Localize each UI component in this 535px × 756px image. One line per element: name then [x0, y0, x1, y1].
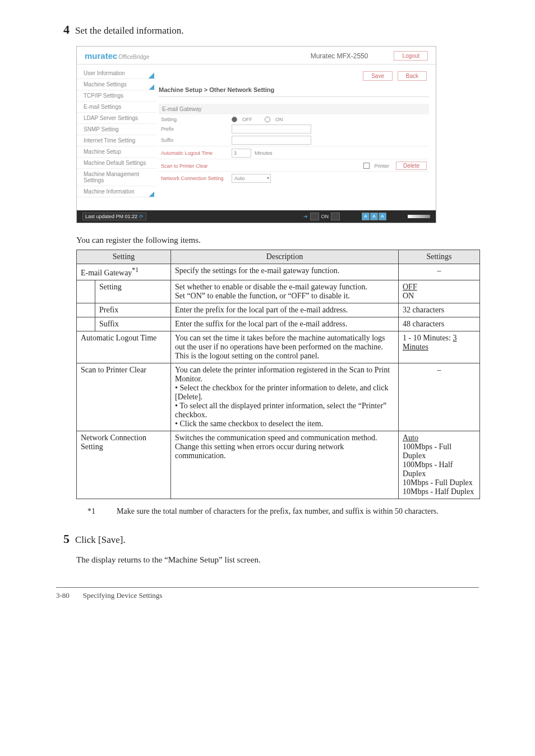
- row-emailgateway-desc: Specify the settings for the e-mail gate…: [171, 264, 399, 280]
- brand-logo: muratec: [85, 51, 117, 61]
- row-suffix-label: Suffix: [161, 137, 228, 143]
- save-button[interactable]: Save: [363, 71, 393, 81]
- printer-status-icon: [310, 213, 319, 220]
- settings-table: Setting Description Settings E-mail Gate…: [76, 250, 480, 499]
- row-setting-name: Setting: [95, 280, 171, 303]
- sidebar-item-machine-setup[interactable]: Machine Setup: [77, 146, 156, 158]
- row-scantoprinter-label: Scan to Printer Clear: [161, 163, 228, 169]
- footer-title: Specifying Device Settings: [83, 591, 163, 600]
- screenshot-panel: muratecOfficeBridge Muratec MFX-2550 Log…: [76, 46, 436, 223]
- radio-off-label: OFF: [242, 117, 252, 122]
- row-netconn-desc: Switches the communication speed and com…: [171, 431, 399, 499]
- row-netconn-label: Network Connection Setting: [161, 176, 228, 181]
- step-5-number: 5: [56, 532, 70, 546]
- sidebar-item-user-information[interactable]: User Information: [77, 68, 156, 79]
- status-on: ON: [321, 214, 329, 219]
- row-autologout-desc: You can set the time it takes before the…: [171, 331, 399, 363]
- step-4-text: Set the detailed information.: [75, 25, 479, 36]
- row-scantoprinter-desc: You can delete the printer information r…: [171, 363, 399, 431]
- radio-off[interactable]: [232, 117, 237, 122]
- sidebar: User Information Machine Settings TCP/IP…: [77, 64, 156, 210]
- sidebar-item-machine-management[interactable]: Machine Management Settings: [77, 169, 156, 186]
- row-suffix-set: 48 characters: [399, 317, 480, 331]
- back-button[interactable]: Back: [398, 71, 427, 81]
- meter-icon: [408, 215, 430, 218]
- row-prefix-set: 32 characters: [399, 303, 480, 317]
- row-autologout-set2: Minutes: [403, 343, 428, 351]
- radio-on[interactable]: [265, 117, 270, 122]
- row-autologout-set1b: 3: [453, 334, 456, 342]
- th-settings: Settings: [399, 250, 480, 264]
- row-setting-label: Setting: [161, 117, 228, 122]
- prefix-input[interactable]: [232, 125, 311, 133]
- row-setting-desc: Set whether to enable or disable the e-m…: [171, 280, 399, 303]
- row-autologout-set1a: 1 - 10 Minutes:: [403, 334, 453, 342]
- sidebar-item-ldap[interactable]: LDAP Server Settings: [77, 113, 156, 124]
- row-emailgateway-set: –: [399, 264, 480, 280]
- step-5-post: The display returns to the “Machine Setu…: [76, 555, 479, 565]
- row-suffix-name: Suffix: [95, 317, 171, 331]
- row-prefix-label: Prefix: [161, 126, 228, 132]
- radio-on-label: ON: [275, 117, 283, 122]
- footnote-text: Make sure the total number of characters…: [117, 507, 439, 516]
- th-setting: Setting: [77, 250, 171, 264]
- arrow-icon: ➔: [303, 214, 308, 219]
- font-size-controls[interactable]: AAA: [361, 213, 386, 220]
- refresh-icon[interactable]: ⟳: [139, 214, 144, 219]
- row-setting-set-off: OFF: [403, 283, 417, 291]
- step-4-number: 4: [56, 22, 70, 37]
- row-setting-set-on: ON: [403, 292, 414, 300]
- printer-checkbox[interactable]: [363, 163, 370, 169]
- sidebar-item-machine-default[interactable]: Machine Default Settings: [77, 158, 156, 169]
- device-name: Muratec MFX-2550: [311, 52, 368, 60]
- row-emailgateway-name: E-mail Gateway: [81, 269, 132, 277]
- status-updated: Last updated PM 01:22: [85, 214, 137, 219]
- row-emailgateway-sup: *1: [132, 266, 139, 274]
- row-autologout-name: Automatic Logout Time: [77, 331, 171, 363]
- brand-subtitle: OfficeBridge: [118, 54, 149, 60]
- sidebar-item-snmp[interactable]: SNMP Setting: [77, 124, 156, 135]
- intro-text: You can register the following items.: [76, 236, 479, 245]
- status-icon: [331, 213, 340, 220]
- row-netconn-setrest: 100Mbps - Full Duplex 100Mbps - Half Dup…: [403, 442, 474, 496]
- row-scantoprinter-set: –: [399, 363, 480, 431]
- footer-page: 3-80: [56, 591, 70, 600]
- autologout-input[interactable]: 3: [232, 149, 251, 158]
- row-autologout-label: Automatic Logout Time: [161, 150, 228, 156]
- row-scantoprinter-name: Scan to Printer Clear: [77, 363, 171, 431]
- logout-button[interactable]: Logout: [394, 51, 428, 61]
- netconn-select[interactable]: Auto: [232, 174, 271, 183]
- row-suffix-desc: Enter the suffix for the local part of t…: [171, 317, 399, 331]
- step-5-text: Click [Save].: [75, 534, 479, 546]
- printer-checkbox-label: Printer: [375, 163, 390, 169]
- section-email-gateway: E-mail Gateway: [159, 104, 429, 114]
- row-netconn-name: Network Connection Setting: [77, 431, 171, 499]
- delete-button[interactable]: Delete: [396, 162, 427, 170]
- sidebar-item-internet-time[interactable]: Internet Time Setting: [77, 135, 156, 146]
- breadcrumb: Machine Setup > Other Network Setting: [159, 86, 429, 97]
- sidebar-item-machine-settings[interactable]: Machine Settings: [77, 79, 156, 90]
- autologout-unit: Minutes: [255, 150, 273, 156]
- row-prefix-desc: Enter the prefix for the local part of t…: [171, 303, 399, 317]
- footnote-mark: *1: [87, 507, 103, 516]
- th-description: Description: [171, 250, 399, 264]
- row-netconn-set1: Auto: [403, 434, 418, 442]
- sidebar-item-email[interactable]: E-mail Settings: [77, 102, 156, 113]
- row-prefix-name: Prefix: [95, 303, 171, 317]
- sidebar-item-tcpip[interactable]: TCP/IP Settings: [77, 90, 156, 102]
- sidebar-item-machine-information[interactable]: Machine Information: [77, 186, 156, 197]
- suffix-input[interactable]: [232, 136, 311, 145]
